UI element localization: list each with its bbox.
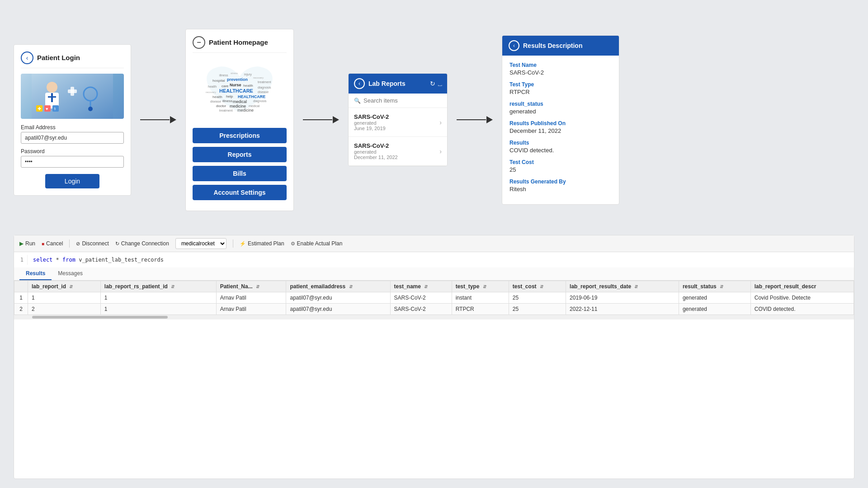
email-label: Email Address <box>21 124 124 131</box>
table-header-row: lab_report_id ⇵ lab_report_rs_patient_id… <box>14 281 854 292</box>
col-header-email[interactable]: patient_emailaddress ⇵ <box>286 281 390 292</box>
login-back-button[interactable]: ‹ <box>21 52 33 64</box>
row-1-test-name: SARS-CoV-2 <box>390 292 452 304</box>
svg-text:diagnosis: diagnosis <box>253 99 267 103</box>
homepage-panel-title: Patient Homepage <box>209 38 268 46</box>
svg-text:♥: ♥ <box>46 107 48 111</box>
estimated-plan-label: Estimated Plan <box>248 240 284 247</box>
report-item-2-date: December 11, 2022 <box>354 155 439 160</box>
results-value: COVID detected. <box>509 147 612 154</box>
results-tabs: Results Messages <box>14 267 854 281</box>
col-header-result-status[interactable]: result_status ⇵ <box>679 281 750 292</box>
account-settings-button[interactable]: Account Settings <box>193 185 287 200</box>
password-group: Password <box>21 148 124 168</box>
homepage-minus-button[interactable]: − <box>193 36 205 49</box>
line-number-1: 1 <box>18 257 24 263</box>
col-header-test-name[interactable]: test_name ⇵ <box>390 281 452 292</box>
arrow-1 <box>131 113 185 127</box>
table-header: lab_report_id ⇵ lab_report_rs_patient_id… <box>14 281 854 292</box>
sql-code-content[interactable]: select * from v_patient_lab_test_records <box>28 255 169 265</box>
cancel-icon: ■ <box>42 241 44 246</box>
row-2-email: apatil07@syr.edu <box>286 304 390 315</box>
toolbar-divider-2 <box>233 239 233 248</box>
table-scroll-container[interactable]: lab_report_id ⇵ lab_report_rs_patient_id… <box>14 281 854 315</box>
lab-back-button[interactable]: ‹ <box>354 78 365 89</box>
chart-icon[interactable]: ⎵ <box>438 80 442 87</box>
result-field-test-name: Test Name SARS-CoV-2 <box>509 62 612 76</box>
svg-text:HEALTHCARE: HEALTHCARE <box>238 94 265 99</box>
arrow-icon-2 <box>303 113 339 127</box>
enable-actual-plan-button[interactable]: ⚙ Enable Actual Plan <box>291 240 343 247</box>
connection-dropdown[interactable]: medicalrocket <box>175 238 226 249</box>
cancel-button[interactable]: ■ Cancel <box>42 240 63 247</box>
col-header-patient-name[interactable]: Patient_Na... ⇵ <box>216 281 286 292</box>
estimated-plan-button[interactable]: ⚡ Estimated Plan <box>240 240 284 247</box>
email-group: Email Address <box>21 124 124 144</box>
arrow-icon-3 <box>457 113 493 127</box>
cancel-label: Cancel <box>46 240 63 247</box>
line-numbers: 1 <box>14 255 28 265</box>
lab-reports-panel: ‹ Lab Reports ↻ ⎵ 🔍 SARS-CoV-2 generated… <box>348 73 448 166</box>
results-label: Results <box>509 140 612 146</box>
report-item-2[interactable]: SARS-CoV-2 generated December 11, 2022 › <box>349 137 447 166</box>
sql-code-rest: * <box>56 257 62 263</box>
report-item-1[interactable]: SARS-CoV-2 generated June 19, 2019 › <box>349 108 447 137</box>
patient-homepage-panel: − Patient Homepage illness stress injury… <box>185 29 294 211</box>
row-2-test-type: RTPCR <box>452 304 509 315</box>
results-back-button[interactable]: ‹ <box>509 40 519 51</box>
top-wireframe-area: ‹ Patient Login <box>14 14 854 226</box>
horizontal-scrollbar[interactable] <box>14 315 854 319</box>
reports-button[interactable]: Reports <box>193 147 287 162</box>
report-item-1-date: June 19, 2019 <box>354 126 439 131</box>
row-2-test-name: SARS-CoV-2 <box>390 304 452 315</box>
svg-text:hospital: hospital <box>212 79 225 83</box>
email-input[interactable] <box>21 132 124 144</box>
homepage-panel-header: − Patient Homepage <box>193 36 287 53</box>
report-item-2-content: SARS-CoV-2 generated December 11, 2022 <box>354 142 439 160</box>
row-1-test-type: instant <box>452 292 509 304</box>
tab-results[interactable]: Results <box>19 267 52 280</box>
svg-text:⚕: ⚕ <box>54 107 56 111</box>
run-button[interactable]: ▶ Run <box>19 240 35 247</box>
svg-text:recovery: recovery <box>253 76 264 79</box>
svg-text:medical: medical <box>249 104 260 108</box>
result-field-generated-by: Results Generated By Ritesh <box>509 178 612 192</box>
refresh-icon[interactable]: ↻ <box>430 80 435 87</box>
login-panel-header: ‹ Patient Login <box>21 52 124 68</box>
col-header-patient-id[interactable]: lab_report_rs_patient_id ⇵ <box>100 281 216 292</box>
enable-actual-plan-label: Enable Actual Plan <box>297 240 343 247</box>
svg-text:disease: disease <box>210 100 221 103</box>
search-input[interactable] <box>363 97 442 104</box>
col-header-result-descr[interactable]: lab_report_result_descr <box>750 281 854 292</box>
svg-text:Nurse: Nurse <box>230 83 241 87</box>
results-table: lab_report_id ⇵ lab_report_rs_patient_id… <box>14 281 854 315</box>
prescriptions-button[interactable]: Prescriptions <box>193 128 287 143</box>
row-2-result-descr: COVID detected. <box>750 304 854 315</box>
arrow-3 <box>448 113 502 127</box>
report-item-2-sub: generated <box>354 149 439 155</box>
tab-messages[interactable]: Messages <box>52 267 89 280</box>
svg-text:illness: illness <box>219 74 228 77</box>
report-item-2-title: SARS-CoV-2 <box>354 142 439 149</box>
arrow-2 <box>294 113 348 127</box>
result-field-test-cost: Test Cost 25 <box>509 159 612 173</box>
col-header-lab-report-id[interactable]: lab_report_id ⇵ <box>28 281 101 292</box>
scrollbar-thumb[interactable] <box>32 316 168 319</box>
svg-text:treatment: treatment <box>219 109 233 112</box>
svg-text:doctor: doctor <box>216 104 226 108</box>
search-icon: 🔍 <box>354 98 361 104</box>
bills-button[interactable]: Bills <box>193 166 287 181</box>
change-connection-button[interactable]: ↻ Change Connection <box>115 240 169 247</box>
results-panel-title: Results Description <box>523 42 613 49</box>
login-button[interactable]: Login <box>45 174 99 188</box>
col-header-test-type[interactable]: test_type ⇵ <box>452 281 509 292</box>
disconnect-button[interactable]: ⊘ Disconnect <box>76 240 108 247</box>
report-item-1-sub: generated <box>354 120 439 126</box>
password-input[interactable] <box>21 156 124 168</box>
col-header-test-cost[interactable]: test_cost ⇵ <box>509 281 566 292</box>
svg-text:treatment: treatment <box>258 80 271 84</box>
row-1-num: 1 <box>14 292 28 304</box>
col-header-results-date[interactable]: lab_report_results_date ⇵ <box>566 281 679 292</box>
sql-code-editor: 1 select * from v_patient_lab_test_recor… <box>14 252 854 267</box>
test-name-label: Test Name <box>509 62 612 68</box>
